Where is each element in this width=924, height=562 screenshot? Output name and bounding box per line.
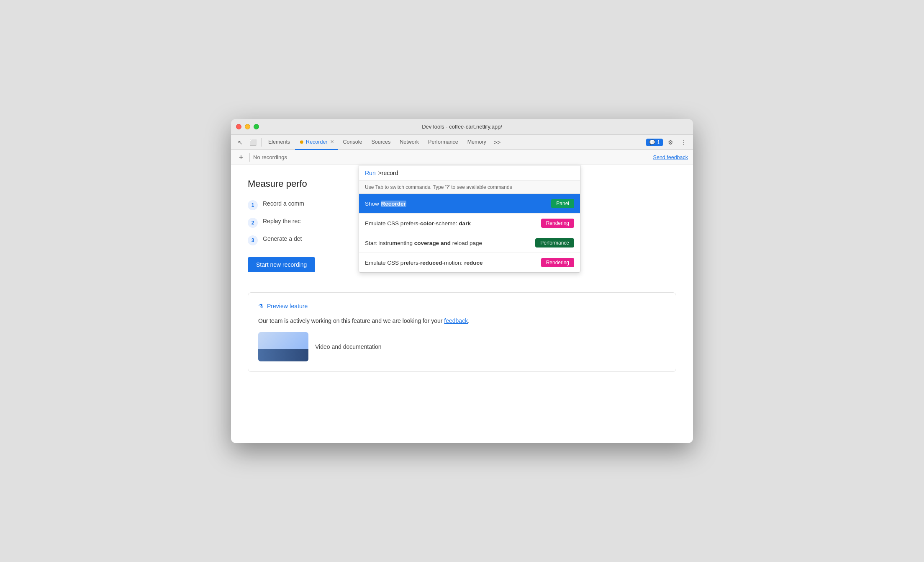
feedback-count: 1 [657, 139, 660, 145]
tab-network-label: Network [400, 139, 419, 145]
command-run-label: Run [365, 170, 376, 176]
video-thumbnail[interactable] [258, 332, 308, 361]
sub-toolbar-separator [249, 153, 250, 162]
step-number-1: 1 [248, 200, 258, 210]
cursor-icon: ↖ [238, 139, 243, 146]
command-badge-performance[interactable]: Performance [535, 238, 574, 247]
command-palette[interactable]: Run >record Use Tab to switch commands. … [359, 165, 580, 273]
video-doc-label: Video and documentation [315, 343, 382, 350]
add-recording-button[interactable]: + [236, 152, 246, 162]
step-text-2: Replay the rec [263, 217, 300, 226]
command-badge-rendering-2[interactable]: Rendering [541, 258, 574, 267]
bold-dark: dark [459, 220, 471, 227]
command-input-value[interactable]: >record [378, 170, 398, 176]
bold-color: color [420, 220, 434, 227]
tab-network[interactable]: Network [395, 135, 423, 150]
command-item-instrument-coverage[interactable]: Start instrumenting coverage and reload … [359, 233, 580, 253]
preview-header-label: Preview feature [267, 303, 308, 309]
bold-reduced: reduced [420, 260, 442, 266]
bold-and: and [441, 240, 451, 246]
command-item-emulate-dark[interactable]: Emulate CSS prefers-color-scheme: dark R… [359, 214, 580, 233]
plus-icon: + [239, 154, 244, 161]
tab-performance-label: Performance [428, 139, 458, 145]
tab-performance[interactable]: Performance [424, 135, 462, 150]
title-bar: DevTools - coffee-cart.netlify.app/ [231, 119, 693, 135]
command-badge-rendering-1[interactable]: Rendering [541, 219, 574, 228]
command-item-emulate-motion-text: Emulate CSS prefers-reduced-motion: redu… [365, 260, 538, 266]
tab-console-label: Console [343, 139, 362, 145]
tab-console[interactable]: Console [339, 135, 367, 150]
tab-elements-label: Elements [268, 139, 290, 145]
settings-icon: ⚙ [668, 139, 673, 146]
command-hint: Use Tab to switch commands. Type '?' to … [359, 181, 580, 194]
bold-reduce: reduce [464, 260, 483, 266]
more-tabs-label: >> [494, 139, 501, 146]
toolbar-right: 💬 1 ⚙ ⋮ [646, 137, 690, 148]
start-new-recording-button[interactable]: Start new recording [248, 257, 315, 272]
command-item-show-recorder-text: Show Recorder [365, 201, 548, 207]
step-number-2: 2 [248, 218, 258, 228]
kebab-icon: ⋮ [681, 139, 687, 146]
main-content: + No recordings Send feedback Measure pe… [231, 150, 693, 443]
close-button[interactable] [236, 124, 241, 129]
chat-bubble-icon: 💬 [649, 139, 655, 145]
preview-body-prefix: Our team is actively working on this fea… [258, 317, 444, 324]
command-item-instrument-text: Start instrumenting coverage and reload … [365, 240, 532, 246]
step-text-3: Generate a det [263, 235, 302, 243]
inspect-tool-button[interactable]: ⬜ [247, 137, 259, 148]
tab-sources[interactable]: Sources [367, 135, 395, 150]
tab-elements[interactable]: Elements [264, 135, 294, 150]
bold-m: m [392, 240, 397, 246]
bold-re: re [403, 260, 409, 266]
preview-header: ⚗ Preview feature [258, 303, 666, 309]
devtools-window: DevTools - coffee-cart.netlify.app/ ↖ ⬜ … [231, 119, 693, 443]
kebab-menu-button[interactable]: ⋮ [678, 137, 690, 148]
tab-memory-label: Memory [467, 139, 486, 145]
measure-title-text: Measure perfo [248, 178, 307, 189]
bold-r: r [403, 220, 406, 227]
feedback-badge[interactable]: 💬 1 [646, 139, 663, 146]
no-recordings-label: No recordings [253, 154, 287, 160]
more-tabs-button[interactable]: >> [491, 139, 503, 146]
tab-memory[interactable]: Memory [463, 135, 490, 150]
preview-body-suffix: . [468, 317, 470, 324]
record-icon: ⏺ [299, 139, 304, 145]
preview-feature-box: ⚗ Preview feature Our team is actively w… [248, 292, 676, 372]
video-doc-row: Video and documentation [258, 332, 666, 361]
settings-button[interactable]: ⚙ [665, 137, 676, 148]
flask-icon: ⚗ [258, 303, 264, 309]
minimize-button[interactable] [245, 124, 250, 129]
toolbar-separator-1 [261, 138, 262, 147]
step-number-3: 3 [248, 235, 258, 245]
traffic-lights [236, 124, 259, 129]
sub-toolbar: + No recordings Send feedback [231, 150, 693, 165]
tab-recorder-label: Recorder [306, 139, 327, 145]
command-item-show-recorder[interactable]: Show Recorder Panel [359, 194, 580, 214]
highlight-span: Recorder [381, 201, 406, 207]
devtools-toolbar: ↖ ⬜ Elements ⏺ Recorder ✕ Console Source… [231, 135, 693, 150]
maximize-button[interactable] [254, 124, 259, 129]
command-badge-panel[interactable]: Panel [551, 199, 574, 208]
step-text-1: Record a comm [263, 199, 304, 208]
window-title: DevTools - coffee-cart.netlify.app/ [422, 124, 502, 130]
send-feedback-button[interactable]: Send feedback [653, 155, 688, 160]
command-item-emulate-reduced-motion[interactable]: Emulate CSS prefers-reduced-motion: redu… [359, 253, 580, 272]
feedback-link[interactable]: feedback [444, 317, 468, 324]
bold-coverage: coverage [414, 240, 439, 246]
preview-body-text: Our team is actively working on this fea… [258, 316, 666, 325]
command-input-row: Run >record [359, 165, 580, 181]
tab-recorder[interactable]: ⏺ Recorder ✕ [295, 135, 338, 150]
command-item-emulate-dark-text: Emulate CSS prefers-color-scheme: dark [365, 220, 538, 227]
tab-recorder-close[interactable]: ✕ [330, 139, 334, 144]
cursor-tool-button[interactable]: ↖ [234, 137, 246, 148]
tab-sources-label: Sources [371, 139, 390, 145]
inspect-icon: ⬜ [249, 139, 257, 146]
